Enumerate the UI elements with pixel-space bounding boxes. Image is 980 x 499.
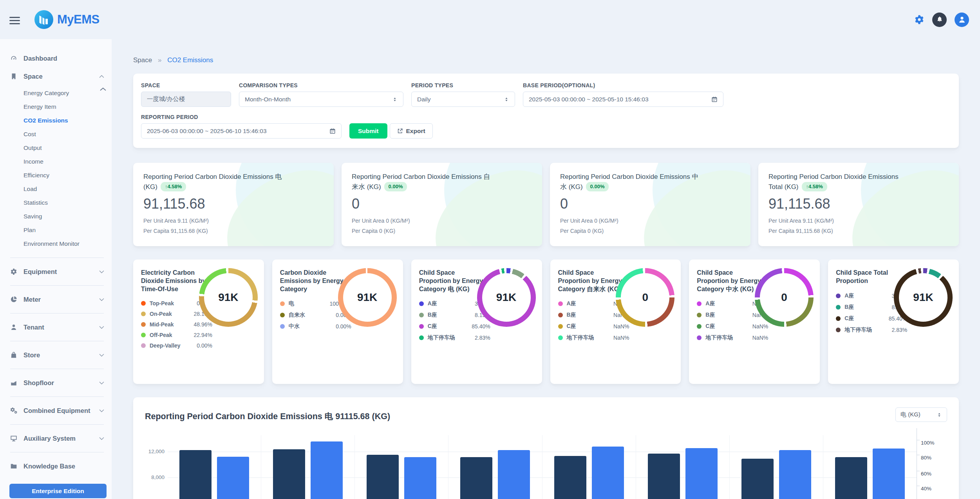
stat-card-3: Reporting Period Carbon Dioxide Emission… xyxy=(758,163,959,246)
legend-dot xyxy=(280,324,285,329)
per-capita: Per Capita 0 (KG) xyxy=(560,228,701,234)
chart-unit-select[interactable]: 电 (KG) xyxy=(895,407,947,422)
space-input[interactable] xyxy=(141,92,231,107)
per-unit-area: Per Unit Area 0 (KG/M²) xyxy=(352,218,492,224)
chevron-down-icon xyxy=(99,270,105,274)
right-axis-tick-mark xyxy=(917,486,920,486)
bar-reporting-period xyxy=(404,457,436,499)
sidebar-collapse-toggle[interactable] xyxy=(99,87,107,92)
donut-ring: 91K xyxy=(477,268,536,327)
breadcrumb: Space » CO2 Emissions xyxy=(133,56,959,64)
folder-icon xyxy=(9,463,18,470)
chevron-down-icon xyxy=(99,326,105,329)
sidebar-item-knowledge-base[interactable]: Knowledge Base xyxy=(9,457,105,475)
user-avatar[interactable] xyxy=(955,13,969,27)
notifications-bell-button[interactable] xyxy=(932,13,947,27)
reporting-period-input[interactable]: 2025-06-03 00:00:00 ~ 2025-06-10 15:46:0… xyxy=(141,123,342,139)
sidebar-divider xyxy=(10,258,104,258)
sidebar-item-auxiliary-system[interactable]: Auxiliary System xyxy=(9,429,105,447)
chevron-down-icon xyxy=(99,381,105,385)
sidebar-subitem-saving[interactable]: Saving xyxy=(24,209,105,223)
calendar-icon xyxy=(711,96,718,103)
stat-card-value: 91,115.68 xyxy=(143,196,284,212)
reporting-period-label: REPORTING PERIOD xyxy=(141,114,342,120)
sidebar-subitem-environment-monitor[interactable]: Environment Monitor xyxy=(24,237,105,250)
legend-dot xyxy=(419,313,424,317)
sidebar-subitem-statistics[interactable]: Statistics xyxy=(24,196,105,209)
bar-reporting-period xyxy=(685,448,718,499)
calendar-icon xyxy=(329,128,336,134)
breadcrumb-current-link[interactable]: CO2 Emissions xyxy=(167,56,213,64)
donut-center-value: 91K xyxy=(199,268,258,327)
bar-base-period xyxy=(741,459,774,499)
y-axis-tick: 12,000 xyxy=(145,449,165,454)
comparison-types-select[interactable]: Month-On-Month xyxy=(239,92,403,107)
sidebar-item-shopfloor[interactable]: Shopfloor xyxy=(9,374,105,392)
submit-button[interactable]: Submit xyxy=(349,123,387,139)
period-types-label: PERIOD TYPES xyxy=(411,82,515,88)
chevron-down-icon xyxy=(99,437,105,440)
export-icon xyxy=(397,128,403,134)
app-logo[interactable]: MyEMS xyxy=(34,10,99,29)
sidebar-subitem-plan[interactable]: Plan xyxy=(24,223,105,237)
comparison-types-label: COMPARISON TYPES xyxy=(239,82,403,88)
sidebar-divider xyxy=(10,341,104,341)
legend-dot xyxy=(697,324,702,329)
donut-card-3: Child Space Proportion by Energy Categor… xyxy=(550,259,681,384)
sidebar-divider xyxy=(10,313,104,313)
export-button[interactable]: Export xyxy=(390,123,433,139)
right-percent-axis: 100%80%60%40% xyxy=(917,428,917,499)
stat-card-value: 91,115.68 xyxy=(768,196,909,212)
bar-base-period xyxy=(179,450,212,499)
breadcrumb-space-link[interactable]: Space xyxy=(133,56,152,64)
legend-dot xyxy=(141,343,146,348)
sidebar-item-store[interactable]: Store xyxy=(9,346,105,364)
bar-group-1 xyxy=(261,435,355,499)
donut-ring: 91K xyxy=(894,268,953,327)
legend-dot xyxy=(836,316,841,321)
legend-item: Deep-Valley0.00% xyxy=(141,342,212,349)
settings-gear-icon[interactable] xyxy=(914,14,924,25)
donut-card-4: Child Space Proportion by Energy Categor… xyxy=(689,259,820,384)
sidebar-item-meter[interactable]: Meter xyxy=(9,290,105,308)
sidebar-nav: DashboardSpaceEnergy CategoryEnergy Item… xyxy=(0,39,112,499)
breadcrumb-separator: » xyxy=(158,56,161,64)
bag-icon xyxy=(9,351,18,358)
donut-center-value: 91K xyxy=(477,268,536,327)
sidebar-subitem-co2-emissions[interactable]: CO2 Emissions xyxy=(24,113,105,127)
sidebar-subitem-load[interactable]: Load xyxy=(24,182,105,196)
sidebar-subitem-energy-category[interactable]: Energy Category xyxy=(24,86,105,100)
bell-icon xyxy=(936,16,943,23)
hamburger-menu-icon[interactable] xyxy=(9,15,21,26)
trend-badge: 0.00% xyxy=(586,182,609,192)
per-capita: Per Capita 91,115.68 (KG) xyxy=(768,228,909,234)
sidebar-subitem-income[interactable]: Income xyxy=(24,155,105,168)
sidebar-subitem-output[interactable]: Output xyxy=(24,141,105,155)
sidebar-item-tenant[interactable]: Tenant xyxy=(9,318,105,336)
bar-group-7 xyxy=(823,435,917,499)
sidebar-subitem-efficiency[interactable]: Efficiency xyxy=(24,168,105,182)
updown-arrows-icon xyxy=(937,412,942,418)
per-unit-area: Per Unit Area 0 (KG/M²) xyxy=(560,218,701,224)
person-icon xyxy=(9,324,18,331)
chevron-up-icon xyxy=(99,75,105,78)
sidebar-item-equipment[interactable]: Equipment xyxy=(9,263,105,281)
factory-icon xyxy=(9,379,18,386)
bar-reporting-period xyxy=(498,450,530,499)
sidebar-submenu-space: Energy CategoryEnergy ItemCO2 EmissionsC… xyxy=(9,85,105,253)
stat-card-1: Reporting Period Carbon Dioxide Emission… xyxy=(342,163,542,246)
trend-badge: ↑4.58% xyxy=(802,182,827,192)
enterprise-edition-button[interactable]: Enterprise Edition xyxy=(9,484,107,498)
donut-ring: 91K xyxy=(199,268,258,327)
sidebar-item-space[interactable]: Space xyxy=(9,67,105,85)
sidebar-subitem-energy-item[interactable]: Energy Item xyxy=(24,100,105,113)
sidebar-item-combined-equipment[interactable]: Combined Equipment xyxy=(9,402,105,420)
chart-title: Reporting Period Carbon Dioxide Emission… xyxy=(145,411,390,422)
legend-dot xyxy=(141,301,146,306)
right-axis-tick-mark xyxy=(917,471,920,471)
sidebar-subitem-cost[interactable]: Cost xyxy=(24,127,105,141)
legend-dot xyxy=(558,313,563,317)
period-types-select[interactable]: Daily xyxy=(411,92,515,107)
base-period-input[interactable]: 2025-05-03 00:00:00 ~ 2025-05-10 15:46:0… xyxy=(523,92,723,107)
sidebar-item-dashboard[interactable]: Dashboard xyxy=(9,49,105,67)
